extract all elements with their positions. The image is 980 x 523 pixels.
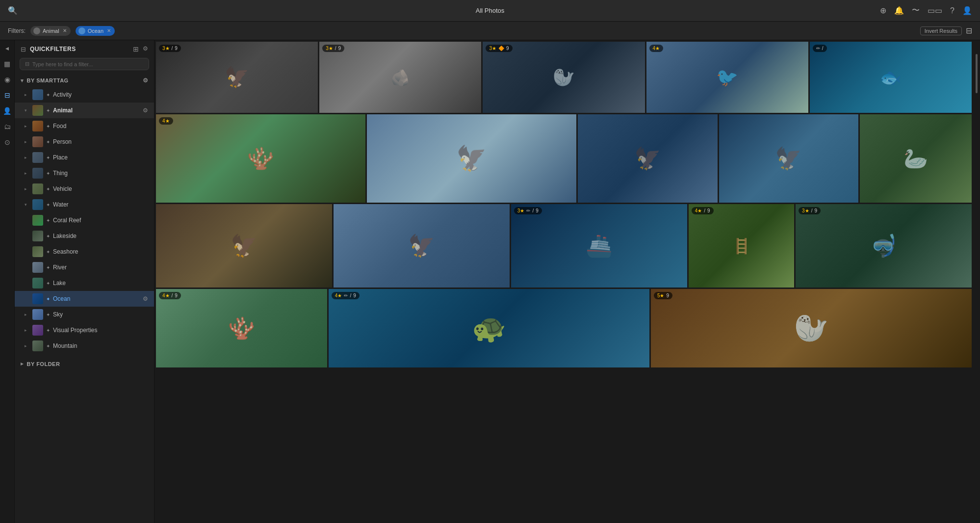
place-thumb: [32, 152, 43, 163]
photo-cell-11[interactable]: 🦅: [156, 204, 332, 288]
photo-cell-10[interactable]: 🦢: [860, 114, 972, 203]
animal-tag-close[interactable]: ✕: [63, 28, 67, 33]
photo-badge-18: 5★ 9: [654, 292, 672, 299]
sidebar-title: QUICKFILTERS: [30, 46, 76, 52]
filter-options-icon[interactable]: ⊟: [966, 26, 972, 35]
photo-cell-13[interactable]: 🚢 3★ ✏ / 9: [511, 204, 687, 288]
sidebar-item-mountain[interactable]: ▸ ✦ Mountain: [15, 338, 154, 354]
ocean-gear-icon[interactable]: ⚙: [143, 295, 148, 302]
scrollbar-thumb[interactable]: [976, 54, 978, 93]
count-3: 9: [506, 46, 509, 51]
help-icon[interactable]: ?: [950, 6, 954, 15]
sidebar-item-seashore[interactable]: ✦ Seashore: [15, 244, 154, 260]
nav-calendar-icon[interactable]: ▦: [4, 60, 10, 68]
photo-badge-15: 3★ / 9: [799, 207, 821, 214]
visual-properties-thumb: [32, 325, 43, 336]
activity-icon[interactable]: 〜: [912, 5, 920, 16]
diver-icon: 🤿: [870, 233, 897, 259]
rocks-icon: 🪨: [390, 68, 410, 87]
filter-tag-ocean[interactable]: Ocean ✕: [76, 26, 115, 36]
sidebar-item-animal[interactable]: ▾ ✦ Animal ⚙: [15, 103, 154, 118]
photo-cell-2[interactable]: 🪨 3★ / 9: [319, 42, 481, 113]
sidebar-item-animal-label: Animal: [53, 107, 140, 114]
sidebar-item-lakeside[interactable]: ✦ Lakeside: [15, 228, 154, 244]
thing-star-icon: ✦: [46, 171, 50, 176]
smarttag-gear-icon[interactable]: ⚙: [143, 77, 149, 84]
star-icon-14: 4★: [695, 208, 702, 213]
nav-filter-icon[interactable]: ⊟: [4, 91, 10, 99]
photo-cell-9[interactable]: 🦅: [719, 114, 859, 203]
sidebar-item-river[interactable]: ✦ River: [15, 260, 154, 275]
photo-cell-16[interactable]: 🪸 4★ / 9: [156, 289, 327, 367]
sidebar-item-person[interactable]: ▸ ✦ Person: [15, 134, 154, 150]
photo-cell-7[interactable]: 🦅: [367, 114, 576, 203]
photo-cell-1[interactable]: 🦅 3★ / 9: [156, 42, 318, 113]
photo-row-3: 🦅 🦅 🚢 3★ ✏ / 9: [156, 204, 972, 288]
user-icon[interactable]: 👤: [962, 6, 972, 15]
animal-gear-icon[interactable]: ⚙: [143, 107, 148, 114]
sidebar-item-sky[interactable]: ▸ ✦ Sky: [15, 307, 154, 322]
photo-cell-14[interactable]: 🪜 4★ / 9: [689, 204, 794, 288]
nav-back-icon[interactable]: ◂: [5, 44, 9, 52]
filter-search-icon: ⊟: [25, 61, 29, 67]
count-2: 9: [338, 46, 341, 51]
pencil-icon-5: ✏: [816, 46, 820, 51]
nav-folder-icon[interactable]: 🗂: [4, 123, 11, 131]
grid-view-icon[interactable]: ⊞: [133, 45, 139, 53]
animal-tag-icon: [33, 27, 40, 34]
sidebar-item-place[interactable]: ▸ ✦ Place: [15, 150, 154, 165]
photo-cell-6[interactable]: 🪸 4★: [156, 114, 365, 203]
nav-user-icon[interactable]: 👤: [3, 107, 11, 115]
nav-eye-icon[interactable]: ⊙: [4, 138, 10, 146]
photo-cell-3[interactable]: 🦭 3★ 🔶 9: [483, 42, 645, 113]
photo-badge-17: 4★ ✏ / 9: [332, 292, 360, 299]
sidebar-item-water[interactable]: ▾ ✦ Water: [15, 197, 154, 212]
monitor-icon[interactable]: ▭▭: [928, 6, 942, 15]
sidebar-item-sky-label: Sky: [53, 311, 148, 318]
visual-properties-chevron: ▸: [25, 328, 29, 333]
slash-16: /: [172, 293, 173, 298]
nav-location-icon[interactable]: ◉: [4, 76, 10, 83]
search-icon[interactable]: 🔍: [8, 6, 18, 15]
sidebar-item-ocean[interactable]: ✦ Ocean ⚙: [15, 291, 154, 307]
mountain-thumb: [32, 340, 43, 351]
pelican-icon: 🐦: [716, 67, 738, 88]
star-icon-2: 3★: [326, 46, 333, 51]
photo-cell-4[interactable]: 🐦 4★: [646, 42, 808, 113]
sidebar-item-lake[interactable]: ✦ Lake: [15, 275, 154, 291]
ocean-tag-close[interactable]: ✕: [107, 28, 111, 33]
star-icon-4: 4★: [653, 46, 660, 51]
photo-cell-17[interactable]: 🐢 4★ ✏ / 9: [329, 289, 649, 367]
invert-results-button[interactable]: Invert Results: [920, 26, 962, 35]
photo-cell-18[interactable]: 🦭 5★ 9: [651, 289, 972, 367]
folder-collapse-icon[interactable]: ▸: [21, 361, 24, 367]
slash-17: /: [350, 293, 351, 298]
add-icon[interactable]: ⊕: [880, 6, 886, 15]
smarttag-collapse-icon[interactable]: ▾: [21, 78, 24, 84]
bell-icon[interactable]: 🔔: [894, 6, 904, 15]
filter-search-placeholder: Type here to find a filter...: [32, 61, 93, 67]
filter-search-box[interactable]: ⊟ Type here to find a filter...: [20, 58, 149, 70]
count-1: 9: [175, 46, 178, 51]
sidebar-settings-icon[interactable]: ⚙: [143, 45, 148, 53]
thing-chevron: ▸: [25, 171, 29, 176]
coral-reef-thumb: [32, 215, 43, 226]
ocean-thumb: [32, 293, 43, 304]
sidebar-item-vehicle-label: Vehicle: [53, 185, 148, 192]
photo-cell-15[interactable]: 🤿 3★ / 9: [796, 204, 972, 288]
sidebar-item-vehicle[interactable]: ▸ ✦ Vehicle: [15, 181, 154, 197]
filter-tag-animal[interactable]: Animal ✕: [30, 26, 71, 36]
sidebar-item-food[interactable]: ▸ ✦ Food: [15, 118, 154, 134]
photo-cell-5[interactable]: 🐟 ✏ /: [810, 42, 972, 113]
folder-section-left: ▸ BY FOLDER: [21, 361, 60, 367]
seal-icon: 🦭: [553, 67, 575, 88]
food-thumb: [32, 121, 43, 131]
star-icon-15: 3★: [802, 208, 809, 213]
sidebar-item-thing[interactable]: ▸ ✦ Thing: [15, 165, 154, 181]
sidebar-item-activity[interactable]: ▸ ✦ Activity: [15, 87, 154, 103]
photo-cell-8[interactable]: 🦅: [578, 114, 718, 203]
sidebar-item-coral-reef[interactable]: ✦ Coral Reef: [15, 212, 154, 228]
sidebar-header-left: ⊟ QUICKFILTERS: [21, 46, 76, 53]
photo-cell-12[interactable]: 🦅: [334, 204, 510, 288]
sidebar-item-visual-properties[interactable]: ▸ ✦ Visual Properties: [15, 322, 154, 338]
